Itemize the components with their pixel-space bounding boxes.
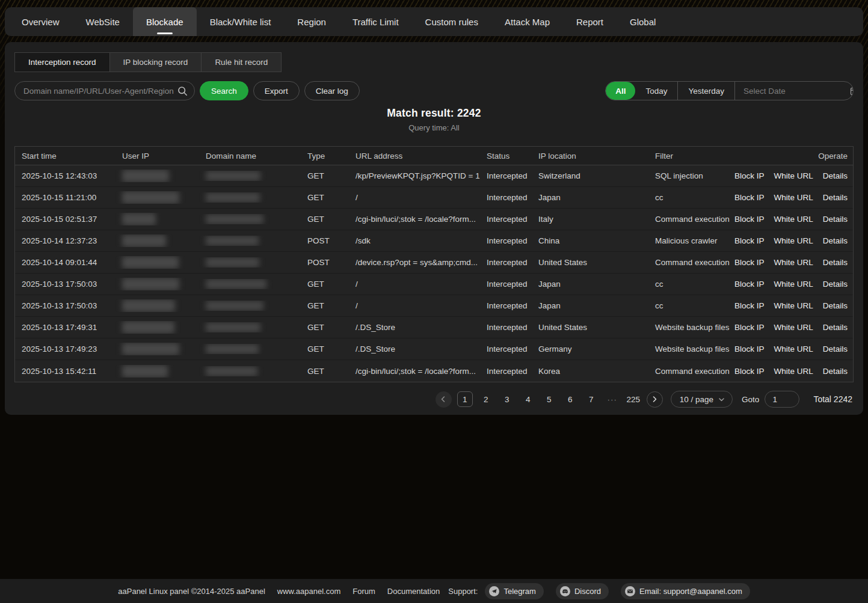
date-filter-yesterday[interactable]: Yesterday: [678, 82, 734, 100]
date-filter: All Today Yesterday: [605, 81, 854, 100]
cell-user-ip: [115, 256, 199, 269]
white-url-link[interactable]: White URL: [774, 367, 813, 376]
prev-page-button[interactable]: [436, 391, 452, 408]
next-page-button[interactable]: [647, 391, 663, 408]
redacted-user-ip: [122, 343, 179, 355]
forum-link[interactable]: Forum: [352, 587, 375, 596]
search-button[interactable]: Search: [200, 81, 248, 100]
search-icon[interactable]: [177, 86, 188, 96]
cell-url: /kp/PreviewKPQT.jsp?KPQTID = 1...: [349, 171, 480, 180]
block-ip-link[interactable]: Block IP: [734, 323, 765, 332]
block-ip-link[interactable]: Block IP: [734, 171, 765, 180]
details-link[interactable]: Details: [823, 367, 848, 376]
nav-tab-global[interactable]: Global: [617, 7, 669, 36]
nav-tab-attack-map[interactable]: Attack Map: [491, 7, 563, 36]
block-ip-link[interactable]: Block IP: [734, 236, 765, 245]
cell-ip-location: Japan: [532, 280, 648, 289]
details-link[interactable]: Details: [823, 280, 848, 289]
column-header-status: Status: [480, 152, 532, 161]
redacted-domain: [206, 192, 260, 203]
nav-tab-black-white-list[interactable]: Black/White list: [197, 7, 285, 36]
export-button[interactable]: Export: [253, 81, 300, 100]
nav-tab-report[interactable]: Report: [563, 7, 617, 36]
block-ip-link[interactable]: Block IP: [734, 193, 765, 202]
cell-operate: Block IP White URL Details: [745, 280, 853, 289]
redacted-user-ip: [122, 191, 179, 204]
nav-tab-traffic-limit[interactable]: Traffic Limit: [339, 7, 412, 36]
clear-log-button[interactable]: Clear log: [304, 81, 360, 100]
email-label: Email: support@aapanel.com: [639, 587, 742, 596]
cell-operate: Block IP White URL Details: [745, 193, 853, 202]
subtab-interception-record[interactable]: Interception record: [14, 52, 110, 72]
details-link[interactable]: Details: [823, 323, 848, 332]
details-link[interactable]: Details: [823, 236, 848, 245]
cell-filter: Command execution: [648, 215, 745, 224]
nav-tab-label: Global: [630, 17, 656, 27]
cell-user-ip: [115, 213, 199, 225]
website-link[interactable]: www.aapanel.com: [277, 587, 341, 596]
details-link[interactable]: Details: [823, 344, 848, 354]
page-button-6[interactable]: 6: [562, 391, 578, 407]
cell-ip-location: Italy: [532, 215, 648, 224]
nav-tab-custom-rules[interactable]: Custom rules: [412, 7, 491, 36]
page-button-4[interactable]: 4: [520, 391, 536, 407]
cell-type: GET: [301, 323, 349, 332]
cell-ip-location: Germany: [532, 344, 648, 354]
white-url-link[interactable]: White URL: [774, 258, 813, 267]
details-link[interactable]: Details: [823, 215, 848, 224]
block-ip-link[interactable]: Block IP: [734, 344, 765, 354]
date-picker-input[interactable]: [743, 87, 850, 96]
search-input[interactable]: [15, 87, 194, 96]
subtab-rule-hit-record[interactable]: Rule hit record: [202, 52, 282, 72]
nav-tab-label: Region: [297, 17, 326, 27]
redacted-domain: [206, 366, 257, 376]
page-button-2[interactable]: 2: [478, 391, 494, 407]
cell-filter: cc: [648, 280, 745, 289]
nav-tab-website[interactable]: WebSite: [73, 7, 133, 36]
white-url-link[interactable]: White URL: [774, 280, 813, 289]
cell-url: /device.rsp?opt = sys&amp;cmd...: [349, 258, 480, 267]
page-button-225[interactable]: 225: [626, 391, 641, 407]
date-filter-today[interactable]: Today: [635, 82, 677, 100]
block-ip-link[interactable]: Block IP: [734, 258, 765, 267]
cell-status: Intercepted: [480, 344, 532, 354]
block-ip-link[interactable]: Block IP: [734, 215, 765, 224]
nav-tab-blockade[interactable]: Blockade: [133, 7, 197, 36]
white-url-link[interactable]: White URL: [774, 193, 813, 202]
details-link[interactable]: Details: [823, 301, 848, 310]
details-link[interactable]: Details: [823, 258, 848, 267]
date-filter-all[interactable]: All: [606, 82, 635, 100]
page-size-select[interactable]: 10 / page: [671, 391, 733, 408]
cell-filter: Website backup files: [648, 344, 745, 354]
page-button-5[interactable]: 5: [541, 391, 557, 407]
subtab-ip-blocking-record[interactable]: IP blocking record: [110, 52, 202, 72]
white-url-link[interactable]: White URL: [774, 344, 813, 354]
cell-user-ip: [115, 191, 199, 204]
nav-tab-region[interactable]: Region: [284, 7, 339, 36]
nav-tab-overview[interactable]: Overview: [8, 7, 73, 36]
telegram-button[interactable]: Telegram: [485, 583, 543, 599]
discord-icon: [560, 586, 570, 596]
white-url-link[interactable]: White URL: [774, 323, 813, 332]
page-button-1[interactable]: 1: [457, 391, 473, 407]
block-ip-link[interactable]: Block IP: [734, 280, 765, 289]
goto-page-input[interactable]: [765, 391, 799, 408]
page-button-7[interactable]: 7: [583, 391, 599, 407]
cell-status: Intercepted: [480, 258, 532, 267]
documentation-link[interactable]: Documentation: [387, 587, 440, 596]
block-ip-link[interactable]: Block IP: [734, 301, 765, 310]
date-picker[interactable]: [735, 82, 853, 100]
details-link[interactable]: Details: [823, 193, 848, 202]
discord-button[interactable]: Discord: [556, 583, 609, 599]
table-row: 2025-10-13 17:49:31 GET /.DS_Store Inter…: [15, 317, 853, 338]
white-url-link[interactable]: White URL: [774, 215, 813, 224]
details-link[interactable]: Details: [823, 171, 848, 180]
cell-ip-location: Switzerland: [532, 171, 648, 180]
block-ip-link[interactable]: Block IP: [734, 367, 765, 376]
match-result-text: Match result: 2242: [14, 107, 854, 120]
white-url-link[interactable]: White URL: [774, 236, 813, 245]
white-url-link[interactable]: White URL: [774, 301, 813, 310]
email-button[interactable]: Email: support@aapanel.com: [621, 583, 750, 599]
white-url-link[interactable]: White URL: [774, 171, 813, 180]
page-button-3[interactable]: 3: [499, 391, 515, 407]
